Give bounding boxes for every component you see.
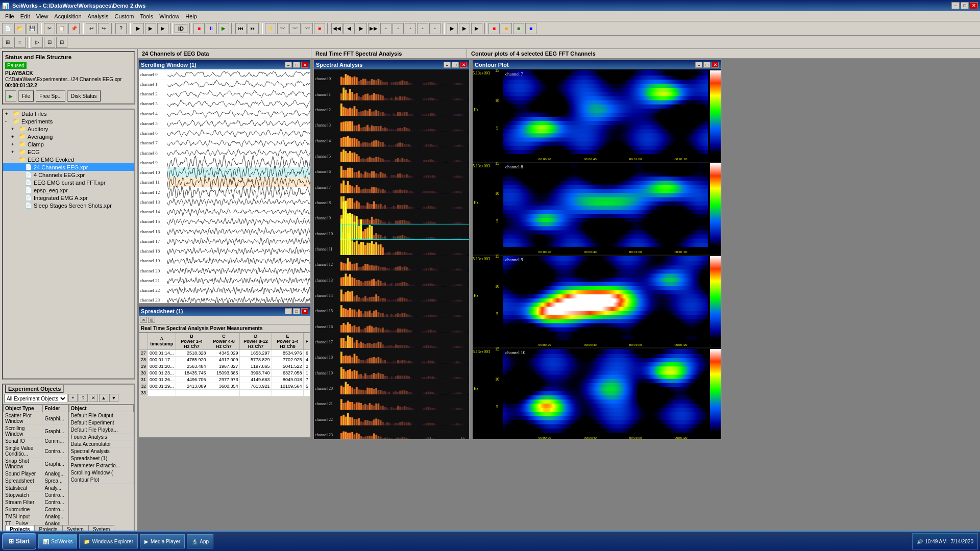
sheet-btn2[interactable]: ⊞: [148, 317, 155, 323]
obj-type-row[interactable]: Snap Shot WindowGraphi...: [4, 458, 68, 470]
taskbar-scworks[interactable]: 📊 SciWorks: [38, 534, 77, 548]
nav-btn3[interactable]: ▶: [356, 23, 367, 34]
tree-experiments[interactable]: - 📁 Experiments: [3, 117, 134, 125]
obj-type-row[interactable]: SubroutineContro...: [4, 506, 68, 513]
nav-btn9[interactable]: ◦: [429, 23, 440, 34]
view-btn1[interactable]: ▶: [447, 23, 458, 34]
obj-btn4[interactable]: ▲: [99, 394, 108, 402]
save-button[interactable]: 💾: [27, 23, 38, 34]
sheet-data-area[interactable]: Atimestamp BPower 1-4 Hz Ch7 CPower 4-8 …: [139, 333, 310, 434]
obj-btn2[interactable]: ?: [79, 394, 88, 402]
sheet-row[interactable]: 28 000:01:17... 4765.920 4917.009 5778.8…: [139, 357, 310, 363]
fft-btn[interactable]: 〰: [277, 23, 288, 34]
tree-sleep[interactable]: 📄 Sleep Stages Screen Shots.xpr: [3, 202, 134, 209]
obj-type-row[interactable]: SpreadsheetSprea...: [4, 478, 68, 485]
playback-btn-2[interactable]: ⏭: [248, 23, 259, 34]
id-button[interactable]: ID: [175, 24, 187, 33]
tree-averaging[interactable]: + 📁 Averaging: [3, 133, 134, 140]
nav-btn5[interactable]: ◦: [380, 23, 391, 34]
obj-btn5[interactable]: ▼: [109, 394, 118, 402]
file-ctrl-btn[interactable]: File: [18, 90, 34, 102]
tree-4ch[interactable]: 📄 4 Channels EEG.xpr: [3, 171, 134, 179]
obj-right-row[interactable]: Spectral Analysis: [69, 448, 134, 455]
menu-tools[interactable]: Tools: [137, 12, 156, 20]
stop-button[interactable]: ■: [193, 23, 205, 34]
new-button[interactable]: 📄: [2, 23, 13, 34]
play-button[interactable]: ▶: [218, 23, 229, 34]
playback-btn-1[interactable]: ⏮: [235, 23, 247, 34]
action-btn1[interactable]: ▷: [32, 37, 43, 48]
maximize-button[interactable]: □: [961, 2, 969, 9]
obj-right-row[interactable]: Default File Playba...: [69, 427, 134, 434]
nav-btn8[interactable]: ◦: [417, 23, 428, 34]
obj-type-row[interactable]: Serial IOComm...: [4, 438, 68, 445]
cut-button[interactable]: ✂: [44, 23, 55, 34]
view-btn2[interactable]: ▶: [459, 23, 470, 34]
fft-btn3[interactable]: 〰: [302, 23, 313, 34]
con-minimize[interactable]: –: [695, 62, 702, 68]
minimize-button[interactable]: –: [951, 2, 960, 9]
obj-right-row[interactable]: Data Accumulator: [69, 441, 134, 448]
sheet-minimize[interactable]: –: [285, 308, 292, 314]
layout-btn[interactable]: ≡: [14, 37, 26, 48]
red-btn[interactable]: ■: [314, 23, 325, 34]
open-button[interactable]: 📂: [14, 23, 26, 34]
obj-right-row[interactable]: Spreadsheet (1): [69, 455, 134, 462]
redo-button[interactable]: ↪: [98, 23, 109, 34]
tree-eeg-emg-burst[interactable]: 📄 EEG EMG burst and FFT.xpr: [3, 179, 134, 186]
tree-auditory[interactable]: + 📁 Auditory: [3, 125, 134, 133]
menu-edit[interactable]: Edit: [17, 12, 33, 20]
sheet-maximize[interactable]: □: [293, 308, 300, 314]
menu-analysis[interactable]: Analysis: [85, 12, 112, 20]
obj-btn1[interactable]: +: [68, 394, 78, 402]
spec-maximize[interactable]: □: [452, 62, 459, 68]
obj-type-row[interactable]: Scrolling WindowGraphi...: [4, 425, 68, 438]
start-button[interactable]: ⊞ Start: [2, 533, 36, 549]
acq-btn-1[interactable]: ▶: [133, 23, 144, 34]
acq-btn-3[interactable]: ▶: [157, 23, 168, 34]
tree-integrated[interactable]: 📄 Integrated EMG A.xpr: [3, 194, 134, 202]
action-btn3[interactable]: ⊡: [56, 37, 67, 48]
sheet-row[interactable]: 32 000:01:29... 2413.089 3600.354 7613.9…: [139, 383, 310, 390]
con-maximize[interactable]: □: [703, 62, 710, 68]
action-btn2[interactable]: ⊡: [44, 37, 55, 48]
con-close[interactable]: ✕: [712, 62, 719, 68]
taskbar-media[interactable]: ▶ Media Player: [140, 534, 185, 548]
obj-type-row[interactable]: StopwatchContro...: [4, 492, 68, 499]
sw-close[interactable]: ✕: [301, 62, 308, 68]
obj-right-row[interactable]: Contour Plot: [69, 477, 134, 484]
copy-button[interactable]: 📋: [56, 23, 67, 34]
nav-btn1[interactable]: ◀◀: [331, 23, 342, 34]
help-button[interactable]: ?: [115, 23, 127, 34]
obj-right-row[interactable]: Default Experiment: [69, 419, 134, 427]
pause-button[interactable]: ⏸: [206, 23, 217, 34]
obj-filter-select[interactable]: All Experiment Objects: [4, 394, 67, 403]
obj-right-row[interactable]: Fourier Analysis: [69, 434, 134, 441]
red-sq1[interactable]: ■: [488, 23, 500, 34]
obj-type-row[interactable]: Single Value Conditio...Contro...: [4, 445, 68, 458]
menu-acquisition[interactable]: Acquisition: [51, 12, 84, 20]
undo-button[interactable]: ↩: [86, 23, 97, 34]
obj-type-row[interactable]: Sound PlayerAnalog...: [4, 470, 68, 478]
view-btn3[interactable]: ▶: [471, 23, 482, 34]
obj-type-row[interactable]: StatisticalAnaly...: [4, 485, 68, 492]
freespace-ctrl-btn[interactable]: Free Sp...: [36, 90, 65, 102]
obj-right-row[interactable]: Parameter Extractio...: [69, 462, 134, 469]
analyze-btn[interactable]: ⚡: [265, 23, 276, 34]
menu-file[interactable]: File: [2, 12, 17, 20]
nav-btn4[interactable]: ▶▶: [368, 23, 379, 34]
grid-btn[interactable]: ⊞: [2, 37, 13, 48]
menu-custom[interactable]: Custom: [112, 12, 137, 20]
sheet-row[interactable]: 27 000:01:14... 2518.328 4345.029 1653.2…: [139, 350, 310, 357]
obj-type-row[interactable]: TMSi InputAnalog...: [4, 513, 68, 520]
menu-view[interactable]: View: [33, 12, 52, 20]
tree-epsp[interactable]: 📄 epsp_eeg.xpr: [3, 186, 134, 194]
spec-minimize[interactable]: –: [444, 62, 451, 68]
paste-button[interactable]: 📌: [68, 23, 80, 34]
nav-btn7[interactable]: ◦: [405, 23, 416, 34]
play-ctrl-btn[interactable]: ▶: [5, 90, 16, 102]
tree-data-files[interactable]: + 📁 Data Files: [3, 110, 134, 117]
sheet-row[interactable]: 29 000:01:20... 2563.484 1967.827 1197.8…: [139, 363, 310, 370]
red-sq3[interactable]: ■: [513, 23, 524, 34]
red-sq2[interactable]: ■: [501, 23, 512, 34]
